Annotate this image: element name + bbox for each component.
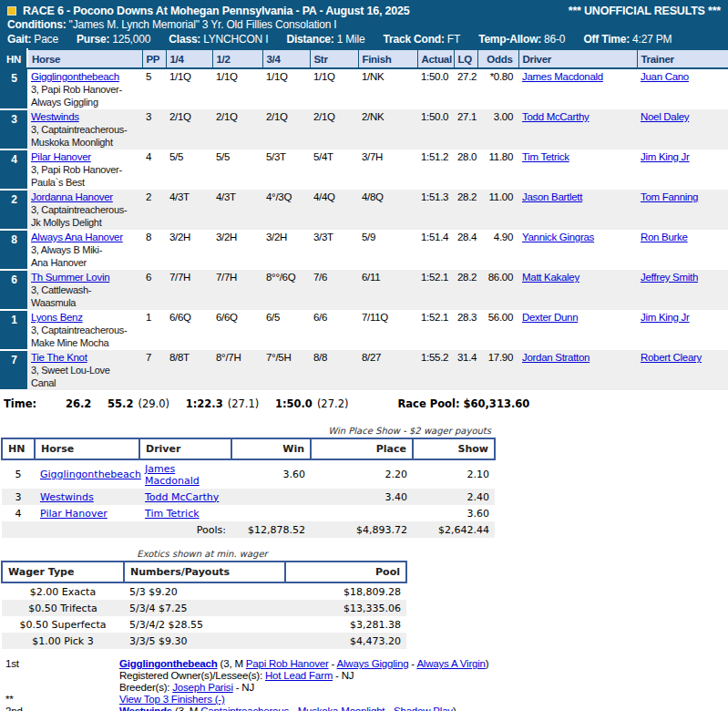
col-trainer: Trainer bbox=[637, 49, 728, 68]
race-info-pair: Temp-Allow:86-0 bbox=[478, 33, 565, 46]
last-quarter: 28.3 bbox=[454, 310, 477, 350]
pedigree-line-1: 3, Captaintreacherous- bbox=[31, 204, 139, 216]
last-quarter: 27.2 bbox=[454, 68, 477, 109]
driver-link[interactable]: Jason Bartlett bbox=[522, 191, 582, 202]
driver-link[interactable]: Todd McCarthy bbox=[522, 111, 589, 122]
quarter-call: 3/2H bbox=[166, 230, 212, 270]
wps-row: 3 Westwinds Todd McCarthy 3.40 2.40 bbox=[2, 489, 495, 505]
horse-link[interactable]: Always Ana Hanover bbox=[31, 232, 123, 242]
pedigree-line-2: Paula`s Best bbox=[31, 177, 139, 189]
finisher-text: - bbox=[329, 658, 337, 669]
trainer-link[interactable]: Jim King Jr bbox=[641, 312, 690, 323]
wps-caption: Win Place Show - $2 wager payouts bbox=[0, 426, 493, 436]
post-position: 3 bbox=[142, 109, 166, 149]
col-stretch: Str bbox=[310, 49, 358, 68]
finisher-link[interactable]: Papi Rob Hanover bbox=[246, 658, 329, 669]
time-split: 26.2 bbox=[66, 397, 91, 410]
pedigree-line-2: Jk Mollys Delight bbox=[31, 217, 139, 229]
finisher-link[interactable]: Muskoka Moonlight bbox=[298, 706, 385, 711]
finish-call: 6/11 bbox=[358, 270, 417, 310]
odds: 11.80 bbox=[477, 149, 518, 190]
exotics-col-wager-type: Wager Type bbox=[2, 562, 124, 582]
trainer-link[interactable]: Jim King Jr bbox=[641, 151, 690, 162]
trainer-link[interactable]: Juan Cano bbox=[641, 71, 689, 82]
pedigree-line-1: 3, Cattlewash- bbox=[31, 284, 139, 296]
finisher-link[interactable]: Westwinds bbox=[119, 706, 172, 711]
finisher-title: View Top 3 Finishers (-) bbox=[119, 694, 728, 706]
trainer-link[interactable]: Jeffrey Smith bbox=[641, 272, 698, 283]
finisher-link[interactable]: Hot Lead Farm bbox=[265, 670, 333, 681]
horse-link[interactable]: Lyons Benz bbox=[31, 312, 83, 323]
wps-place: 3.40 bbox=[311, 489, 413, 505]
finisher-text: ) bbox=[453, 706, 456, 711]
driver-link[interactable]: Matt Kakaley bbox=[522, 272, 579, 283]
finisher-place: 1st bbox=[0, 658, 119, 670]
horse-number: 7 bbox=[0, 350, 27, 390]
stretch-call: 4/4Q bbox=[310, 190, 358, 230]
finisher-link[interactable]: View Top 3 Finishers (-) bbox=[119, 694, 225, 705]
horse-link[interactable]: Gigglingonthebeach bbox=[31, 71, 119, 82]
result-row: 4 Pilar Hanover 3, Papi Rob Hanover- Pau… bbox=[0, 149, 728, 190]
unofficial-results-label: *** UNOFFICIAL RESULTS *** bbox=[569, 5, 721, 17]
quarter-call: 1/1Q bbox=[166, 68, 212, 109]
finisher-text: - NJ bbox=[333, 670, 354, 681]
race-info-pair: Purse:125,000 bbox=[77, 33, 150, 46]
pool-show: $2,642.44 bbox=[413, 521, 495, 538]
col-actual: Actual bbox=[417, 49, 454, 68]
col-pp: PP bbox=[142, 49, 166, 68]
wps-driver-link[interactable]: James Macdonald bbox=[145, 463, 200, 487]
horse-number: 3 bbox=[0, 109, 27, 149]
result-row: 3 Westwinds 3, Captaintreacherous- Musko… bbox=[0, 109, 728, 149]
pool-place: $4,893.72 bbox=[311, 521, 413, 538]
wps-win bbox=[231, 505, 311, 521]
actual-time: 1:52.1 bbox=[417, 310, 454, 350]
trainer-link[interactable]: Tom Fanning bbox=[641, 191, 698, 202]
wager-type: $0.50 Superfecta bbox=[2, 616, 124, 633]
trainer-link[interactable]: Robert Cleary bbox=[641, 352, 702, 363]
horse-link[interactable]: Jordanna Hanover bbox=[31, 191, 113, 202]
horse-link[interactable]: Westwinds bbox=[31, 111, 79, 122]
finisher-link[interactable]: Captaintreacherous bbox=[200, 706, 289, 711]
horse-link[interactable]: Tie The Knot bbox=[31, 352, 87, 363]
pedigree-line-1: 3, Captaintreacherous- bbox=[31, 325, 139, 336]
finisher-text: ) bbox=[486, 658, 489, 669]
col-half: 1/2 bbox=[212, 49, 262, 68]
wps-horse-link[interactable]: Pilar Hanover bbox=[40, 508, 108, 520]
horse-link[interactable]: Th Summer Lovin bbox=[31, 272, 109, 283]
driver-link[interactable]: Yannick Gingras bbox=[522, 232, 594, 242]
wps-horse-link[interactable]: Gigglingonthebeach bbox=[40, 469, 141, 480]
quarter-call: 6/6Q bbox=[166, 310, 212, 350]
race-header-banner: RACE 6 - Pocono Downs At Mohegan Pennsyl… bbox=[0, 0, 728, 48]
wps-show: 2.10 bbox=[413, 459, 495, 489]
driver-link[interactable]: Tim Tetrick bbox=[522, 151, 569, 162]
driver-link[interactable]: Jordan Stratton bbox=[522, 352, 590, 363]
horse-link[interactable]: Pilar Hanover bbox=[31, 151, 91, 162]
stretch-call: 1/1Q bbox=[310, 68, 358, 109]
actual-time: 1:52.1 bbox=[417, 270, 454, 310]
driver-link[interactable]: James Macdonald bbox=[522, 71, 603, 82]
driver-link[interactable]: Dexter Dunn bbox=[522, 312, 578, 323]
race-info-pair: Track Cond:FT bbox=[384, 33, 460, 46]
post-position: 2 bbox=[142, 190, 166, 230]
wps-col-place: Place bbox=[311, 438, 413, 459]
odds: 17.90 bbox=[477, 350, 518, 390]
finisher-link[interactable]: Always A Virgin bbox=[416, 658, 485, 669]
finisher-link[interactable]: Always Giggling bbox=[337, 658, 409, 669]
wps-driver-link[interactable]: Todd McCarthy bbox=[145, 491, 219, 503]
result-row: 8 Always Ana Hanover 3, Always B Miki- A… bbox=[0, 230, 728, 270]
wps-hn: 5 bbox=[2, 459, 35, 489]
finisher-link[interactable]: Shadow Play bbox=[394, 706, 453, 711]
finish-call: 5/9 bbox=[358, 230, 417, 270]
wps-horse-link[interactable]: Westwinds bbox=[40, 491, 94, 503]
trainer-link[interactable]: Noel Daley bbox=[641, 111, 689, 122]
finisher-link[interactable]: Gigglingonthebeach bbox=[119, 658, 218, 669]
trainer-link[interactable]: Ron Burke bbox=[641, 232, 688, 242]
wps-driver-link[interactable]: Tim Tetrick bbox=[145, 508, 200, 520]
finisher-place: 2nd bbox=[0, 706, 119, 711]
finisher-link[interactable]: Joseph Parisi bbox=[172, 682, 232, 693]
finisher-text: Breeder(s): bbox=[119, 682, 172, 693]
horse-number: 6 bbox=[0, 270, 27, 310]
exotics-row: $0.50 Trifecta 5/3/4 $7.25 $13,335.06 bbox=[2, 600, 406, 616]
horse-number: 2 bbox=[0, 190, 27, 230]
wager-pool: $13,335.06 bbox=[285, 600, 406, 616]
